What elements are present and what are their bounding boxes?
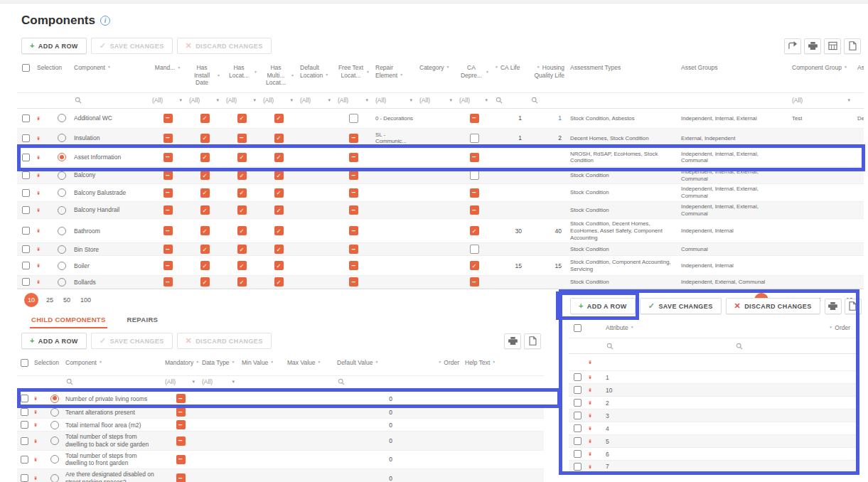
row-checkbox[interactable]	[574, 437, 582, 445]
has-install-checkbox[interactable]	[200, 245, 210, 254]
table-row[interactable]: Additional WC 0 - Decorations 1 1 Stock …	[17, 109, 864, 129]
table-row[interactable]: 3	[569, 409, 857, 422]
delete-icon[interactable]	[586, 437, 594, 446]
export-file-icon[interactable]	[844, 38, 861, 54]
delete-icon[interactable]	[34, 226, 43, 235]
has-install-checkbox[interactable]	[200, 134, 210, 143]
mandatory-checkbox[interactable]	[176, 455, 186, 464]
column-header-mandatory[interactable]: Mandatory▼	[162, 358, 199, 368]
mand-checkbox[interactable]	[164, 134, 173, 143]
mand-checkbox[interactable]	[164, 277, 173, 286]
has-multi-checkbox[interactable]	[274, 188, 284, 198]
table-row[interactable]: 5	[569, 435, 857, 448]
row-checkbox[interactable]	[21, 421, 28, 429]
delete-icon[interactable]	[34, 171, 43, 180]
column-header-category[interactable]: Category▼	[417, 63, 456, 73]
hq-life-filter-input[interactable]	[527, 95, 567, 105]
row-checkbox[interactable]	[22, 114, 30, 122]
table-row[interactable]: Bathroom 30 40 Stock Condition, Decent H…	[17, 219, 864, 243]
save-changes-button[interactable]: ✓SAVE CHANGES	[91, 38, 173, 54]
has-locat-checkbox[interactable]	[237, 277, 247, 286]
table-row[interactable]: Balcony Stock Condition Independent, Int…	[17, 167, 864, 184]
delete-icon[interactable]	[31, 420, 40, 429]
column-header-hq-life[interactable]: ▼Housing Quality Life	[527, 63, 567, 80]
row-checkbox[interactable]	[22, 227, 30, 235]
row-radio[interactable]	[58, 188, 66, 197]
delete-icon[interactable]	[34, 245, 43, 254]
table-row[interactable]: Balcony Handrail Stock Condition Indepen…	[17, 202, 864, 219]
column-header-selection[interactable]: Selection	[34, 63, 71, 73]
tab-child-components[interactable]: CHILD COMPONENTS	[30, 311, 107, 328]
mandatory-checkbox[interactable]	[176, 407, 186, 417]
default-value-filter-input[interactable]	[334, 377, 398, 387]
has-locat-checkbox[interactable]	[237, 188, 247, 198]
row-radio[interactable]	[58, 278, 66, 286]
select-all-checkbox[interactable]	[21, 359, 28, 367]
row-checkbox[interactable]	[22, 262, 30, 269]
delete-icon[interactable]	[586, 424, 594, 433]
row-checkbox[interactable]	[21, 437, 28, 445]
column-header-repair-element[interactable]: Repair Element▼	[373, 63, 417, 80]
column-header-asse[interactable]: Asse	[854, 63, 864, 73]
has-multi-checkbox[interactable]	[274, 114, 284, 123]
mandatory-filter-select[interactable]: (All)▾	[162, 378, 199, 385]
delete-icon[interactable]	[31, 455, 40, 464]
delete-icon[interactable]	[34, 205, 43, 215]
ca-depre-checkbox[interactable]	[470, 134, 479, 143]
component-filter-input[interactable]	[71, 95, 149, 105]
row-checkbox[interactable]	[21, 456, 28, 464]
row-checkbox[interactable]	[22, 206, 30, 214]
mand-filter-select[interactable]: (All)▾	[149, 97, 186, 104]
table-row-selected[interactable]: Asset Information NROSH, RdSAP, EcoHomes…	[17, 149, 864, 167]
has-locat-checkbox[interactable]	[237, 114, 247, 123]
has-locat-checkbox[interactable]	[237, 134, 247, 143]
row-radio[interactable]	[50, 474, 59, 482]
column-header-selection[interactable]: Selection	[31, 358, 63, 368]
mandatory-checkbox[interactable]	[176, 394, 186, 403]
row-checkbox[interactable]	[22, 245, 30, 253]
free-text-checkbox[interactable]	[349, 277, 358, 286]
column-header-order[interactable]: ▼Order	[732, 323, 857, 333]
print-icon[interactable]	[504, 333, 521, 349]
column-header-free-text[interactable]: Free Text Locat...▼	[335, 63, 373, 80]
has-locat-checkbox[interactable]	[237, 153, 247, 162]
table-row[interactable]: Total number of steps from dwelling to b…	[17, 432, 544, 450]
delete-icon[interactable]	[31, 407, 40, 417]
free-text-checkbox[interactable]	[349, 205, 358, 215]
has-install-checkbox[interactable]	[200, 171, 210, 180]
free-text-checkbox[interactable]	[349, 245, 358, 254]
free-text-checkbox[interactable]	[349, 188, 358, 198]
has-install-checkbox[interactable]	[200, 114, 210, 123]
order-filter-input[interactable]	[732, 341, 857, 351]
table-row[interactable]: Boiler 15 15 Stock Condition, Component …	[17, 256, 864, 276]
discard-changes-button[interactable]: ✕DISCARD CHANGES	[177, 38, 272, 54]
delete-icon[interactable]	[586, 398, 594, 407]
child-save-changes-button[interactable]: ✓SAVE CHANGES	[91, 333, 173, 349]
row-radio[interactable]	[50, 408, 59, 417]
has-locat-checkbox[interactable]	[237, 245, 247, 254]
attr-save-changes-button[interactable]: ✓SAVE CHANGES	[640, 298, 722, 314]
default-location-filter-select[interactable]: (All)▾	[297, 97, 335, 104]
delete-icon[interactable]	[34, 153, 43, 162]
attr-add-row-button[interactable]: +ADD A ROW	[570, 298, 636, 314]
ca-depre-checkbox[interactable]	[470, 245, 479, 254]
row-checkbox[interactable]	[22, 278, 30, 286]
row-radio[interactable]	[58, 227, 66, 235]
table-row-editing[interactable]	[569, 354, 857, 371]
column-header-has-install[interactable]: Has Install Date▼	[186, 63, 223, 88]
table-row[interactable]: 4	[569, 422, 857, 435]
page-size-option[interactable]: 100	[80, 296, 91, 304]
column-header-attribute[interactable]: Attribute▼	[603, 323, 732, 333]
row-checkbox[interactable]	[22, 154, 30, 161]
has-multi-checkbox[interactable]	[274, 205, 284, 215]
child-add-row-button[interactable]: +ADD A ROW	[21, 333, 87, 349]
column-header-component[interactable]: Component▼	[63, 358, 162, 368]
has-locat-checkbox[interactable]	[237, 205, 247, 215]
mand-checkbox[interactable]	[164, 261, 173, 270]
has-locat-checkbox[interactable]	[237, 226, 247, 235]
row-checkbox[interactable]	[574, 424, 582, 432]
free-text-checkbox[interactable]	[349, 114, 358, 123]
table-row[interactable]: Tenant alterations present 0	[17, 406, 544, 419]
has-install-checkbox[interactable]	[200, 188, 210, 198]
ca-depre-checkbox[interactable]	[470, 277, 479, 286]
